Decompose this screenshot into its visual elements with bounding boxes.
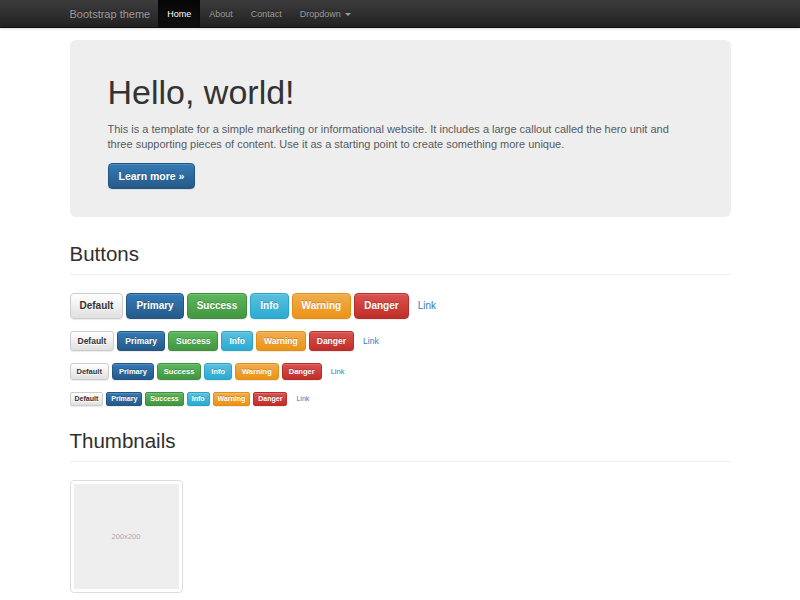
placeholder-image: 200x200 xyxy=(74,484,179,589)
button-info-md[interactable]: Info xyxy=(221,331,253,351)
navbar: Bootstrap theme Home About Contact Dropd… xyxy=(0,0,800,28)
navbar-brand[interactable]: Bootstrap theme xyxy=(70,0,151,28)
button-primary-lg[interactable]: Primary xyxy=(126,293,183,319)
button-success-lg[interactable]: Success xyxy=(187,293,248,319)
button-primary-xs[interactable]: Primary xyxy=(106,392,142,406)
button-success-xs[interactable]: Success xyxy=(145,392,183,406)
button-danger-sm[interactable]: Danger xyxy=(282,363,322,380)
button-success-md[interactable]: Success xyxy=(168,331,219,351)
buttons-section-heading: Buttons xyxy=(70,243,731,275)
button-toolbar-default: Default Primary Success Info Warning Dan… xyxy=(70,331,731,351)
button-success-sm[interactable]: Success xyxy=(157,363,201,380)
button-default-sm[interactable]: Default xyxy=(70,363,109,380)
caret-down-icon xyxy=(345,13,351,16)
navbar-nav: Home About Contact Dropdown xyxy=(158,0,360,28)
nav-item-contact[interactable]: Contact xyxy=(242,0,291,28)
button-primary-md[interactable]: Primary xyxy=(117,331,165,351)
button-warning-md[interactable]: Warning xyxy=(256,331,306,351)
nav-item-home[interactable]: Home xyxy=(158,0,200,28)
button-danger-xs[interactable]: Danger xyxy=(253,392,287,406)
nav-item-dropdown[interactable]: Dropdown xyxy=(291,0,360,28)
nav-item-about[interactable]: About xyxy=(200,0,242,28)
button-primary-sm[interactable]: Primary xyxy=(112,363,154,380)
button-warning-xs[interactable]: Warning xyxy=(213,392,251,406)
button-default-md[interactable]: Default xyxy=(70,331,115,351)
button-toolbar-large: Default Primary Success Info Warning Dan… xyxy=(70,293,731,319)
navbar-inner: Bootstrap theme Home About Contact Dropd… xyxy=(70,0,731,28)
button-link-md[interactable]: Link xyxy=(363,336,379,346)
hero-unit: Hello, world! This is a template for a s… xyxy=(70,40,731,217)
button-danger-lg[interactable]: Danger xyxy=(354,293,408,319)
nav-dropdown-label: Dropdown xyxy=(300,9,341,19)
thumbnails-section-heading: Thumbnails xyxy=(70,430,731,462)
button-default-xs[interactable]: Default xyxy=(70,392,104,406)
button-toolbar-extra-small: Default Primary Success Info Warning Dan… xyxy=(70,392,731,406)
button-link-xs[interactable]: Link xyxy=(296,395,309,402)
button-info-sm[interactable]: Info xyxy=(204,363,232,380)
button-link-sm[interactable]: Link xyxy=(331,367,345,376)
button-toolbar-small: Default Primary Success Info Warning Dan… xyxy=(70,363,731,380)
button-link-lg[interactable]: Link xyxy=(418,300,436,311)
learn-more-button[interactable]: Learn more » xyxy=(108,163,196,189)
button-warning-lg[interactable]: Warning xyxy=(292,293,352,319)
hero-description: This is a template for a simple marketin… xyxy=(108,122,693,153)
button-danger-md[interactable]: Danger xyxy=(309,331,354,351)
button-warning-sm[interactable]: Warning xyxy=(235,363,279,380)
button-info-xs[interactable]: Info xyxy=(187,392,210,406)
main-container: Hello, world! This is a template for a s… xyxy=(70,40,731,593)
thumbnail-item[interactable]: 200x200 xyxy=(70,480,183,593)
hero-title: Hello, world! xyxy=(108,74,693,110)
button-default-lg[interactable]: Default xyxy=(70,293,124,319)
button-info-lg[interactable]: Info xyxy=(250,293,288,319)
